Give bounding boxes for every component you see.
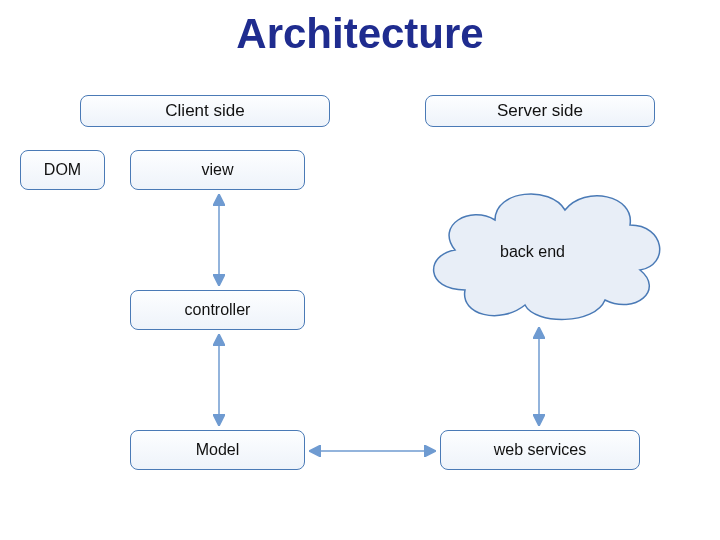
box-controller: controller [130, 290, 305, 330]
box-web-services: web services [440, 430, 640, 470]
view-label: view [201, 161, 233, 179]
controller-label: controller [185, 301, 251, 319]
arrow-model-webservices [307, 442, 438, 460]
box-model: Model [130, 430, 305, 470]
slide-title: Architecture [0, 10, 720, 58]
back-end-label: back end [500, 243, 565, 261]
dom-label: DOM [44, 161, 81, 179]
arrow-view-controller [210, 192, 228, 288]
server-side-label: Server side [497, 101, 583, 121]
header-client-side: Client side [80, 95, 330, 127]
header-server-side: Server side [425, 95, 655, 127]
arrow-cloud-webservices [530, 325, 548, 428]
arrow-controller-model [210, 332, 228, 428]
box-dom: DOM [20, 150, 105, 190]
web-services-label: web services [494, 441, 586, 459]
model-label: Model [196, 441, 240, 459]
box-view: view [130, 150, 305, 190]
client-side-label: Client side [165, 101, 244, 121]
